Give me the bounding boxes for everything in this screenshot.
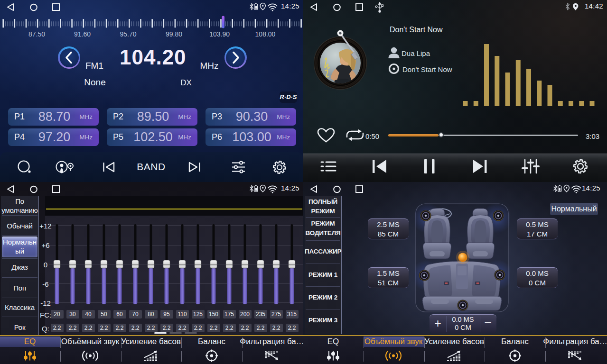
svg-text:95.70: 95.70 xyxy=(120,30,136,38)
svg-text:99.80: 99.80 xyxy=(166,30,182,38)
svg-text:103.90: 103.90 xyxy=(209,30,230,38)
svg-text:91.60: 91.60 xyxy=(74,30,91,38)
svg-text:87.50: 87.50 xyxy=(28,30,45,38)
svg-text:108.00: 108.00 xyxy=(255,30,276,38)
